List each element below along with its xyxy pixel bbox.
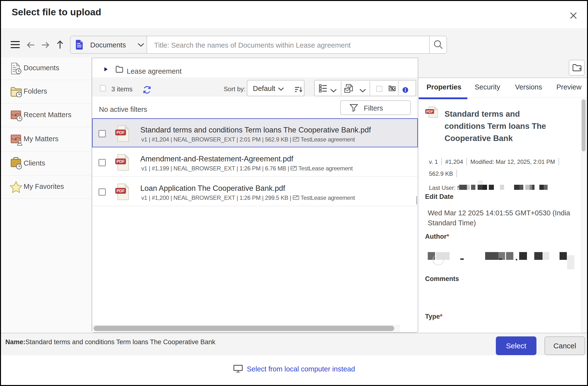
svg-text:PDF: PDF bbox=[116, 159, 125, 164]
svg-text:PDF: PDF bbox=[116, 130, 125, 135]
svg-text:PDF: PDF bbox=[426, 110, 433, 114]
svg-text:PDF: PDF bbox=[116, 189, 125, 193]
